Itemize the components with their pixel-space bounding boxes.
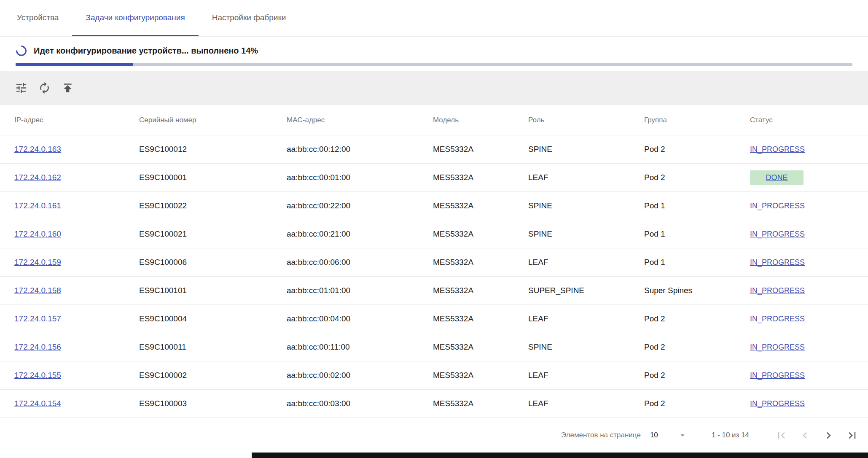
ip-link[interactable]: 172.24.0.160 — [14, 229, 61, 238]
status-link[interactable]: IN_PROGRESS — [750, 258, 805, 267]
ip-link[interactable]: 172.24.0.156 — [14, 342, 61, 351]
model-cell: MES5332A — [433, 145, 528, 154]
ip-cell: 172.24.0.161 — [14, 201, 139, 210]
ip-link[interactable]: 172.24.0.162 — [14, 173, 61, 182]
serial-cell: ES9C100001 — [139, 173, 287, 182]
ip-cell: 172.24.0.162 — [14, 173, 139, 182]
role-cell: LEAF — [528, 371, 644, 380]
refresh-icon — [38, 81, 51, 94]
tab-configuration-tasks[interactable]: Задачи конфигурирования — [72, 0, 198, 36]
group-cell: Super Spines — [644, 286, 750, 295]
filter-settings-button[interactable] — [12, 79, 30, 97]
status-link[interactable]: IN_PROGRESS — [750, 286, 805, 295]
ip-link[interactable]: 172.24.0.155 — [14, 371, 61, 380]
ip-link[interactable]: 172.24.0.159 — [14, 258, 61, 267]
status-link[interactable]: IN_PROGRESS — [750, 399, 805, 408]
mac-cell: aa:bb:cc:00:03:00 — [287, 399, 433, 408]
progress-bar — [16, 63, 852, 66]
table-row: 172.24.0.156 ES9C100011 aa:bb:cc:00:11:0… — [0, 333, 868, 361]
ip-link[interactable]: 172.24.0.163 — [14, 145, 61, 154]
status-link[interactable]: IN_PROGRESS — [750, 230, 805, 238]
ip-cell: 172.24.0.158 — [14, 286, 139, 295]
tab-fabric-settings[interactable]: Настройки фабрики — [199, 0, 300, 36]
next-page-button[interactable] — [819, 426, 838, 445]
status-link[interactable]: IN_PROGRESS — [750, 202, 805, 210]
status-cell: IN_PROGRESS — [750, 201, 868, 210]
status-cell: IN_PROGRESS — [750, 258, 868, 267]
group-cell: Pod 2 — [644, 173, 750, 182]
first-page-button[interactable] — [772, 426, 790, 445]
ip-link[interactable]: 172.24.0.157 — [14, 314, 61, 323]
progress-section: Идет конфигурирование устройств... выпол… — [0, 37, 868, 66]
status-link[interactable]: IN_PROGRESS — [750, 371, 805, 380]
previous-page-button[interactable] — [795, 426, 814, 445]
status-link[interactable]: IN_PROGRESS — [750, 343, 805, 351]
role-cell: SPINE — [528, 201, 644, 210]
mac-cell: aa:bb:cc:00:12:00 — [287, 145, 433, 154]
ip-link[interactable]: 172.24.0.158 — [14, 286, 61, 295]
serial-cell: ES9C100101 — [139, 286, 287, 295]
role-cell: LEAF — [528, 314, 644, 323]
last-page-button[interactable] — [843, 426, 861, 445]
items-per-page-value: 10 — [650, 431, 658, 439]
model-cell: MES5332A — [433, 229, 528, 239]
ip-cell: 172.24.0.160 — [14, 229, 139, 239]
status-link[interactable]: DONE — [750, 170, 804, 185]
ip-link[interactable]: 172.24.0.161 — [14, 201, 61, 210]
bottom-strip — [0, 453, 868, 458]
role-cell: SPINE — [528, 342, 644, 352]
status-cell: IN_PROGRESS — [750, 371, 868, 380]
tab-bar: Устройства Задачи конфигурирования Настр… — [0, 0, 868, 37]
column-header-mac: MAC-адрес — [287, 116, 433, 124]
ip-cell: 172.24.0.154 — [14, 399, 139, 408]
table-row: 172.24.0.161 ES9C100022 aa:bb:cc:00:22:0… — [0, 192, 868, 220]
mac-cell: aa:bb:cc:01:01:00 — [287, 286, 433, 295]
upload-button[interactable] — [58, 79, 77, 97]
mac-cell: aa:bb:cc:00:21:00 — [287, 229, 433, 239]
table-row: 172.24.0.163 ES9C100012 aa:bb:cc:00:12:0… — [0, 135, 868, 164]
items-per-page-select[interactable]: 10 — [650, 431, 687, 440]
mac-cell: aa:bb:cc:00:01:00 — [287, 173, 433, 182]
tab-devices[interactable]: Устройства — [3, 0, 72, 36]
table-row: 172.24.0.157 ES9C100004 aa:bb:cc:00:04:0… — [0, 305, 868, 333]
group-cell: Pod 1 — [644, 201, 750, 210]
model-cell: MES5332A — [433, 201, 528, 210]
tune-icon — [15, 81, 28, 94]
ip-cell: 172.24.0.157 — [14, 314, 139, 323]
devices-table: IP-адрес Серийный номер MAC-адрес Модель… — [0, 105, 868, 418]
model-cell: MES5332A — [433, 342, 528, 352]
loading-spinner-icon — [16, 45, 27, 57]
role-cell: SPINE — [528, 229, 644, 239]
status-cell: IN_PROGRESS — [750, 399, 868, 408]
table-row: 172.24.0.159 ES9C100006 aa:bb:cc:00:06:0… — [0, 248, 868, 277]
group-cell: Pod 2 — [644, 145, 750, 154]
table-header-row: IP-адрес Серийный номер MAC-адрес Модель… — [0, 105, 868, 135]
group-cell: Pod 2 — [644, 314, 750, 323]
column-header-model: Модель — [433, 116, 528, 124]
table-row: 172.24.0.160 ES9C100021 aa:bb:cc:00:21:0… — [0, 220, 868, 248]
group-cell: Pod 2 — [644, 342, 750, 352]
refresh-button[interactable] — [35, 79, 54, 97]
column-header-group: Группа — [644, 116, 750, 124]
status-link[interactable]: IN_PROGRESS — [750, 145, 805, 154]
ip-link[interactable]: 172.24.0.154 — [14, 399, 61, 408]
status-link[interactable]: IN_PROGRESS — [750, 315, 805, 323]
serial-cell: ES9C100002 — [139, 371, 287, 380]
progress-message: Идет конфигурирование устройств... выпол… — [34, 46, 258, 56]
pagination-bar: Элементов на странице 10 1 - 10 из 14 — [0, 418, 868, 453]
table-row: 172.24.0.162 ES9C100001 aa:bb:cc:00:01:0… — [0, 164, 868, 192]
role-cell: LEAF — [528, 258, 644, 267]
table-toolbar — [0, 71, 868, 105]
table-body: 172.24.0.163 ES9C100012 aa:bb:cc:00:12:0… — [0, 135, 868, 418]
column-header-ip: IP-адрес — [14, 116, 139, 124]
group-cell: Pod 2 — [644, 371, 750, 380]
status-cell: IN_PROGRESS — [750, 145, 868, 154]
status-cell: IN_PROGRESS — [750, 342, 868, 352]
mac-cell: aa:bb:cc:00:11:00 — [287, 342, 433, 352]
group-cell: Pod 1 — [644, 258, 750, 267]
mac-cell: aa:bb:cc:00:06:00 — [287, 258, 433, 267]
model-cell: MES5332A — [433, 399, 528, 408]
serial-cell: ES9C100022 — [139, 201, 287, 210]
status-cell: IN_PROGRESS — [750, 314, 868, 323]
chevron-down-icon — [678, 431, 687, 440]
